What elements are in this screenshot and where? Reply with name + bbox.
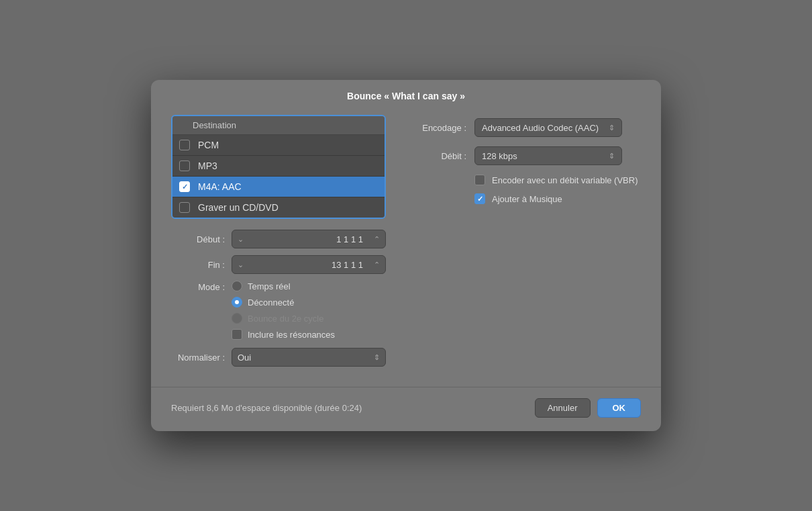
- encodage-select[interactable]: Advanced Audio Codec (AAC) ⇕: [474, 118, 622, 137]
- dest-row-cd[interactable]: Graver un CD/DVD: [172, 197, 385, 218]
- normaliser-arrow-icon: ⇕: [374, 353, 380, 362]
- debit-row: Débit : 128 kbps ⇕: [406, 146, 641, 165]
- debit-arrow-icon: ⇕: [609, 152, 615, 160]
- mode-temps-reel-row[interactable]: Temps réel: [232, 281, 335, 291]
- inclure-resonances-checkbox[interactable]: [232, 329, 242, 340]
- mode-bounce-2e-radio: [232, 313, 242, 324]
- mode-bounce-2e-row: Bounce du 2e cycle: [232, 313, 335, 324]
- dest-row-m4a[interactable]: M4A: AAC: [172, 177, 385, 197]
- mode-temps-reel-radio[interactable]: [232, 281, 242, 291]
- fin-up-icon[interactable]: ⌃: [368, 258, 385, 272]
- normaliser-row: Normaliser : Oui ⇕: [171, 348, 386, 367]
- inclure-resonances-label: Inclure les résonances: [248, 330, 335, 340]
- fin-down-icon[interactable]: ⌄: [232, 258, 249, 272]
- right-panel: Encodage : Advanced Audio Codec (AAC) ⇕ …: [399, 115, 641, 373]
- encodage-value: Advanced Audio Codec (AAC): [482, 123, 609, 133]
- mode-bounce-2e-label: Bounce du 2e cycle: [248, 314, 323, 324]
- vbr-row[interactable]: Encoder avec un débit variable (VBR): [474, 175, 641, 185]
- dest-label-pcm: PCM: [198, 140, 219, 150]
- debit-select[interactable]: 128 kbps ⇕: [474, 146, 622, 165]
- debit-value: 128 kbps: [482, 151, 609, 161]
- debut-value: 1 1 1 1: [249, 234, 368, 244]
- dialog-content: Destination PCM MP3 M4A: AAC Graver un C…: [151, 108, 661, 387]
- mode-row: Mode : Temps réel Déconnecté Bounc: [171, 281, 386, 340]
- mode-deconnecte-label: Déconnecté: [248, 297, 294, 308]
- debit-label: Débit :: [406, 151, 466, 161]
- mode-label: Mode :: [171, 281, 225, 292]
- dest-label-m4a: M4A: AAC: [198, 181, 242, 192]
- debut-up-icon[interactable]: ⌃: [368, 232, 385, 246]
- dest-checkbox-mp3[interactable]: [179, 160, 190, 171]
- encodage-arrow-icon: ⇕: [609, 124, 615, 132]
- normaliser-select[interactable]: Oui ⇕: [232, 348, 386, 367]
- mode-section: Mode : Temps réel Déconnecté Bounc: [171, 281, 386, 340]
- footer-info: Requiert 8,6 Mo d'espace disponible (dur…: [171, 403, 362, 413]
- dest-row-mp3[interactable]: MP3: [172, 156, 385, 177]
- musique-checkbox[interactable]: [474, 193, 485, 204]
- mode-temps-reel-label: Temps réel: [248, 281, 291, 291]
- dialog-footer: Requiert 8,6 Mo d'espace disponible (dur…: [151, 387, 661, 431]
- musique-label: Ajouter à Musique: [492, 194, 562, 204]
- encodage-label: Encodage :: [406, 123, 466, 133]
- normaliser-label: Normaliser :: [171, 353, 225, 363]
- dest-label-mp3: MP3: [198, 160, 217, 171]
- vbr-checkbox[interactable]: [474, 175, 485, 185]
- fin-label: Fin :: [171, 260, 225, 270]
- left-panel: Destination PCM MP3 M4A: AAC Graver un C…: [171, 115, 386, 373]
- debut-down-icon[interactable]: ⌄: [232, 232, 249, 246]
- debut-label: Début :: [171, 234, 225, 244]
- fin-row: Fin : ⌄ 13 1 1 1 ⌃: [171, 255, 386, 274]
- vbr-label: Encoder avec un débit variable (VBR): [492, 175, 638, 185]
- dest-row-pcm[interactable]: PCM: [172, 135, 385, 156]
- mode-deconnecte-row[interactable]: Déconnecté: [232, 297, 335, 308]
- ok-button[interactable]: OK: [597, 398, 642, 418]
- dest-checkbox-cd[interactable]: [179, 202, 190, 213]
- fin-value: 13 1 1 1: [249, 260, 368, 270]
- fin-stepper[interactable]: ⌄ 13 1 1 1 ⌃: [232, 255, 386, 274]
- musique-row[interactable]: Ajouter à Musique: [474, 193, 641, 204]
- debut-row: Début : ⌄ 1 1 1 1 ⌃: [171, 230, 386, 248]
- mode-options: Temps réel Déconnecté Bounce du 2e cycle: [232, 281, 335, 340]
- destination-table: Destination PCM MP3 M4A: AAC Graver un C…: [171, 115, 386, 219]
- cancel-button[interactable]: Annuler: [535, 398, 591, 418]
- bounce-dialog: Bounce « What I can say » Destination PC…: [151, 80, 661, 431]
- dest-label-cd: Graver un CD/DVD: [198, 202, 278, 213]
- destination-header: Destination: [172, 116, 385, 135]
- debut-stepper[interactable]: ⌄ 1 1 1 1 ⌃: [232, 230, 386, 248]
- dest-checkbox-m4a[interactable]: [179, 181, 190, 192]
- dest-checkbox-pcm[interactable]: [179, 140, 190, 150]
- mode-deconnecte-radio[interactable]: [232, 297, 242, 308]
- normaliser-value: Oui: [238, 353, 374, 363]
- footer-buttons: Annuler OK: [535, 398, 641, 418]
- dialog-title: Bounce « What I can say »: [151, 80, 661, 108]
- encodage-row: Encodage : Advanced Audio Codec (AAC) ⇕: [406, 118, 641, 137]
- inclure-resonances-row[interactable]: Inclure les résonances: [232, 329, 335, 340]
